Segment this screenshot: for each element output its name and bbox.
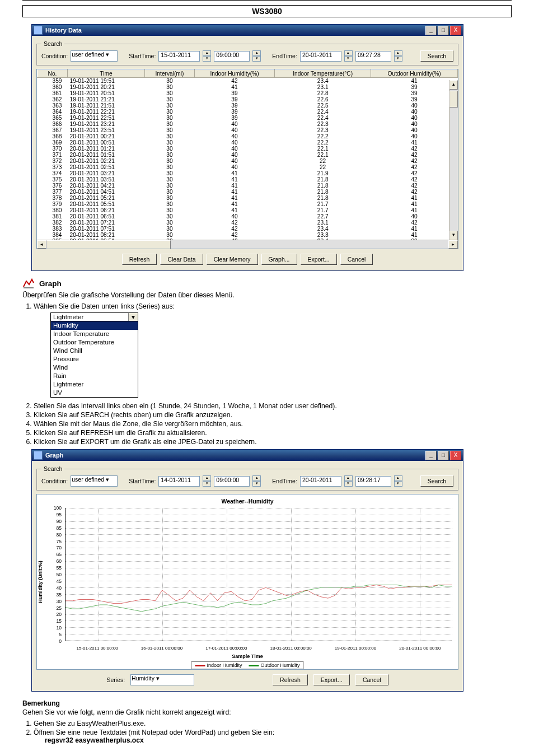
- start-time-input[interactable]: 09:00:00: [214, 51, 250, 62]
- end-date-spinner[interactable]: ▴▾: [344, 475, 353, 487]
- dropdown-arrow-icon[interactable]: ▾: [128, 313, 138, 321]
- start-date-input[interactable]: 14-01-2011: [158, 476, 200, 487]
- end-time-input[interactable]: 09:27:28: [355, 51, 391, 62]
- clear-data-button[interactable]: Clear Data: [160, 254, 203, 265]
- dropdown-current[interactable]: Lightmeter: [51, 313, 128, 321]
- graph-cancel-button[interactable]: Cancel: [355, 674, 388, 685]
- chart-area[interactable]: Weather--Humidity Humidity (Unit:%) 0510…: [36, 494, 458, 670]
- table-row[interactable]: 36419-01-2011 22:21303922.440: [38, 109, 458, 115]
- scroll-down-icon[interactable]: ▾: [449, 231, 458, 240]
- scroll-up-icon[interactable]: ▴: [449, 80, 458, 90]
- series-label: Series:: [106, 676, 125, 683]
- history-window: History Data _ □ X Search Condition: use…: [31, 24, 463, 271]
- close-button[interactable]: X: [450, 451, 461, 460]
- column-header[interactable]: Time: [68, 70, 145, 78]
- start-time-input[interactable]: 09:00:00: [214, 476, 250, 487]
- dropdown-option[interactable]: Rain: [51, 372, 138, 380]
- start-date-spinner[interactable]: ▴▾: [203, 50, 211, 62]
- graph-export-button[interactable]: Export...: [313, 674, 350, 685]
- y-tick: 55: [57, 565, 62, 571]
- table-row[interactable]: 36119-01-2011 20:51303922.839: [38, 90, 458, 96]
- minimize-button[interactable]: _: [425, 451, 437, 460]
- end-time-spinner[interactable]: ▴▾: [394, 475, 402, 487]
- table-row[interactable]: 36719-01-2011 23:51304022.340: [38, 127, 458, 133]
- table-row[interactable]: 36920-01-2011 00:51304022.241: [38, 139, 458, 146]
- end-date-input[interactable]: 20-01-2011: [300, 51, 341, 62]
- table-row[interactable]: 38220-01-2011 07:21304223.142: [38, 220, 458, 226]
- start-time-spinner[interactable]: ▴▾: [252, 50, 261, 62]
- start-date-input[interactable]: 15-01-2011: [158, 51, 200, 62]
- table-row[interactable]: 36219-01-2011 21:21303922.639: [38, 96, 458, 102]
- table-row[interactable]: 37520-01-2011 03:51304121.842: [38, 176, 458, 183]
- table-row[interactable]: 37420-01-2011 03:21304121.942: [38, 170, 458, 176]
- history-title: History Data: [45, 27, 424, 34]
- dropdown-option[interactable]: Indoor Temperature: [51, 330, 138, 338]
- x-tick: 16-01-2011 00:00:00: [141, 646, 182, 651]
- table-row[interactable]: 36820-01-2011 00:21304022.240: [38, 133, 458, 139]
- condition-select[interactable]: user defined ▾: [71, 50, 118, 62]
- start-time-spinner[interactable]: ▴▾: [252, 475, 261, 487]
- search-button[interactable]: Search: [420, 50, 453, 62]
- table-row[interactable]: 37320-01-2011 02:5130402242: [38, 164, 458, 170]
- end-date-spinner[interactable]: ▴▾: [344, 50, 353, 62]
- dropdown-option[interactable]: Pressure: [51, 355, 138, 363]
- graph-window: Graph _ □ X Search Condition: user defin…: [31, 449, 463, 692]
- dropdown-option[interactable]: Humidity: [51, 321, 138, 330]
- dropdown-option[interactable]: Lightmeter: [51, 380, 138, 389]
- graph-search-button[interactable]: Search: [420, 475, 453, 487]
- table-row[interactable]: 36519-01-2011 22:51303922.440: [38, 115, 458, 121]
- dropdown-option[interactable]: UV: [51, 389, 138, 397]
- history-titlebar[interactable]: History Data _ □ X: [32, 25, 463, 36]
- cancel-button[interactable]: Cancel: [340, 254, 373, 265]
- column-header[interactable]: Interval(mi): [145, 70, 195, 78]
- table-row[interactable]: 37620-01-2011 04:21304121.842: [38, 183, 458, 189]
- end-date-input[interactable]: 20-01-2011: [300, 476, 341, 487]
- condition-label: Condition:: [41, 53, 68, 59]
- scroll-right-icon[interactable]: ▸: [448, 240, 458, 249]
- maximize-button[interactable]: □: [438, 26, 449, 35]
- close-button[interactable]: X: [450, 26, 461, 35]
- column-header[interactable]: Indoor Temperature(°C): [275, 70, 371, 78]
- table-row[interactable]: 38120-01-2011 06:51304022.740: [38, 213, 458, 220]
- table-row[interactable]: 35919-01-2011 19:51304223.441: [38, 78, 458, 85]
- graph-heading: Graph: [22, 278, 512, 289]
- vertical-scrollbar[interactable]: ▴ ▾: [449, 80, 458, 240]
- start-date-spinner[interactable]: ▴▾: [203, 475, 211, 487]
- condition-select[interactable]: user defined ▾: [71, 475, 118, 487]
- table-row[interactable]: 36619-01-2011 23:21304022.340: [38, 121, 458, 127]
- column-header[interactable]: Indoor Humidity(%): [195, 70, 275, 78]
- y-tick: 65: [57, 552, 62, 557]
- table-row[interactable]: 38320-01-2011 07:51304223.441: [38, 226, 458, 232]
- column-header[interactable]: Outdoor Humidity(%): [371, 70, 458, 78]
- maximize-button[interactable]: □: [438, 451, 449, 460]
- y-tick: 20: [57, 612, 62, 617]
- table-row[interactable]: 37820-01-2011 05:21304121.841: [38, 195, 458, 201]
- series-select[interactable]: Humidity ▾: [130, 674, 194, 685]
- graph-titlebar[interactable]: Graph _ □ X: [32, 450, 463, 461]
- graph-refresh-button[interactable]: Refresh: [273, 674, 308, 685]
- table-row[interactable]: 37020-01-2011 01:21304022.142: [38, 146, 458, 152]
- minimize-button[interactable]: _: [425, 26, 437, 35]
- dropdown-option[interactable]: Outdoor Temperature: [51, 338, 138, 347]
- clear-memory-button[interactable]: Clear Memory: [207, 254, 258, 265]
- end-time-input[interactable]: 09:28:17: [355, 476, 391, 487]
- table-row[interactable]: 37220-01-2011 02:2130402242: [38, 158, 458, 164]
- table-row[interactable]: 37920-01-2011 05:51304121.741: [38, 201, 458, 207]
- table-row[interactable]: 37720-01-2011 04:51304121.842: [38, 189, 458, 195]
- table-row[interactable]: 36319-01-2011 21:51303922.540: [38, 102, 458, 109]
- graph-search-fieldset: Search Condition: user defined ▾ StartTi…: [36, 465, 458, 491]
- end-time-spinner[interactable]: ▴▾: [394, 50, 402, 62]
- table-row[interactable]: 38420-01-2011 08:21304223.341: [38, 232, 458, 238]
- table-row[interactable]: 36019-01-2011 20:21304123.139: [38, 84, 458, 90]
- graph-button[interactable]: Graph...: [261, 254, 297, 265]
- table-row[interactable]: 37120-01-2011 01:51304022.142: [38, 152, 458, 158]
- horizontal-scrollbar[interactable]: ◂ ▸: [37, 240, 458, 249]
- refresh-button[interactable]: Refresh: [122, 254, 157, 265]
- table-row[interactable]: 38020-01-2011 06:21304121.741: [38, 207, 458, 213]
- dropdown-option[interactable]: Wind: [51, 363, 138, 372]
- dropdown-option[interactable]: Wind Chill: [51, 347, 138, 355]
- step-3: Klicken Sie auf SEARCH (rechts oben) um …: [34, 411, 512, 419]
- scroll-left-icon[interactable]: ◂: [37, 240, 46, 249]
- column-header[interactable]: No.: [38, 70, 68, 78]
- export-button[interactable]: Export...: [301, 254, 337, 265]
